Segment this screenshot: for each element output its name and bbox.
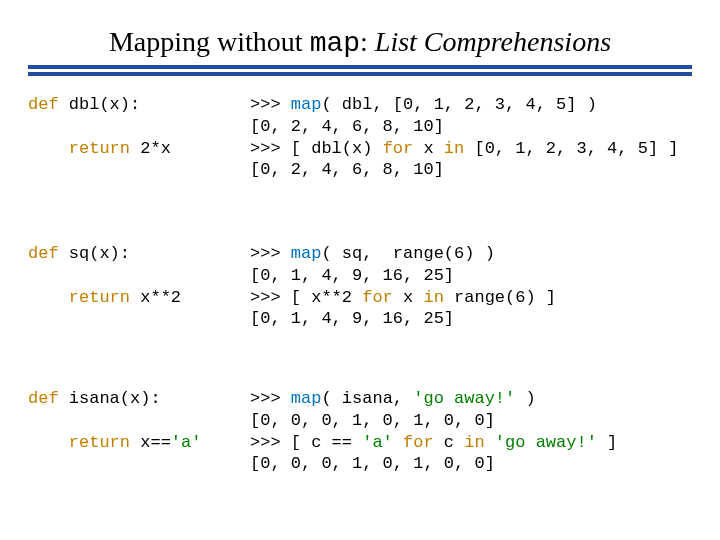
section-isana: def isana(x): return x=='a' >>> map( isa… bbox=[28, 388, 692, 503]
title-pre: Mapping without bbox=[109, 26, 310, 57]
section-dbl: def dbl(x): return 2*x >>> map( dbl, [0,… bbox=[28, 94, 692, 209]
title-underline bbox=[28, 65, 692, 76]
repl-sq: >>> map( sq, range(6) ) [0, 1, 4, 9, 16,… bbox=[250, 243, 692, 330]
title-map-keyword: map bbox=[310, 28, 360, 59]
repl-dbl: >>> map( dbl, [0, 1, 2, 3, 4, 5] ) [0, 2… bbox=[250, 94, 692, 181]
title-post: : bbox=[360, 26, 375, 57]
out: [0, 0, 0, 1, 0, 1, 0, 0] bbox=[250, 411, 495, 430]
rule-bar bbox=[28, 72, 692, 76]
code-repl: >>> map( dbl, [0, 1, 2, 3, 4, 5] ) [0, 2… bbox=[250, 94, 692, 181]
code-repl: >>> map( sq, range(6) ) [0, 1, 4, 9, 16,… bbox=[250, 243, 692, 330]
section-sq: def sq(x): return x**2 >>> map( sq, rang… bbox=[28, 243, 692, 358]
slide-title: Mapping without map: List Comprehensions bbox=[28, 26, 692, 59]
def-isana: def isana(x): return x=='a' bbox=[28, 388, 238, 475]
code-repl: >>> map( isana, 'go away!' ) [0, 0, 0, 1… bbox=[250, 388, 692, 475]
out: [0, 2, 4, 6, 8, 10] bbox=[250, 117, 444, 136]
code-def: def dbl(x): return 2*x bbox=[28, 94, 238, 159]
out: [0, 2, 4, 6, 8, 10] bbox=[250, 160, 444, 179]
code-def: def isana(x): return x=='a' bbox=[28, 388, 238, 453]
out: [0, 1, 4, 9, 16, 25] bbox=[250, 309, 454, 328]
code-def: def sq(x): return x**2 bbox=[28, 243, 238, 308]
def-dbl: def dbl(x): return 2*x bbox=[28, 94, 238, 181]
def-sq: def sq(x): return x**2 bbox=[28, 243, 238, 330]
rule-bar bbox=[28, 65, 692, 69]
slide: Mapping without map: List Comprehensions… bbox=[0, 0, 720, 540]
out: [0, 0, 0, 1, 0, 1, 0, 0] bbox=[250, 454, 495, 473]
repl-isana: >>> map( isana, 'go away!' ) [0, 0, 0, 1… bbox=[250, 388, 692, 475]
title-italic: List Comprehensions bbox=[375, 26, 611, 57]
out: [0, 1, 4, 9, 16, 25] bbox=[250, 266, 454, 285]
